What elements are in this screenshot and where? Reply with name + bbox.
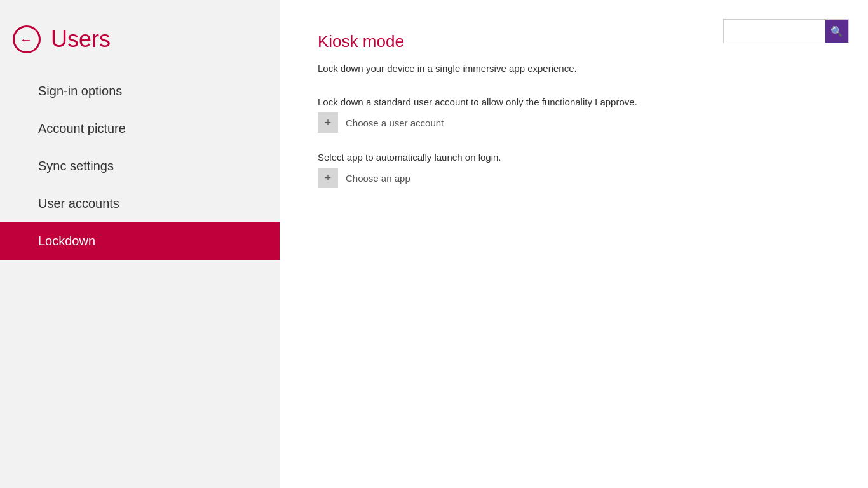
- search-button[interactable]: 🔍: [825, 20, 848, 43]
- main-content: 🔍 Kiosk mode Lock down your device in a …: [280, 0, 868, 488]
- search-icon: 🔍: [831, 25, 843, 37]
- back-arrow-icon: ←: [20, 33, 32, 46]
- sidebar-item-account-picture[interactable]: Account picture: [0, 110, 280, 147]
- sidebar: ← Users Sign-in options Account picture …: [0, 0, 280, 488]
- app-section: Select app to automatically launch on lo…: [318, 152, 830, 188]
- user-account-section-label: Lock down a standard user account to all…: [318, 97, 830, 107]
- sidebar-title: Users: [51, 26, 111, 53]
- sidebar-item-lockdown[interactable]: Lockdown: [0, 222, 280, 260]
- app-section-label: Select app to automatically launch on lo…: [318, 152, 830, 163]
- choose-user-row: + Choose a user account: [318, 112, 830, 133]
- choose-user-button[interactable]: +: [318, 112, 338, 133]
- sidebar-header: ← Users: [0, 0, 280, 72]
- choose-app-row: + Choose an app: [318, 168, 830, 188]
- sidebar-item-sign-in-options[interactable]: Sign-in options: [0, 72, 280, 110]
- sidebar-item-sync-settings[interactable]: Sync settings: [0, 147, 280, 185]
- user-account-section: Lock down a standard user account to all…: [318, 97, 830, 133]
- back-button[interactable]: ←: [13, 25, 41, 53]
- choose-app-button[interactable]: +: [318, 168, 338, 188]
- choose-user-label: Choose a user account: [346, 118, 444, 128]
- sidebar-item-user-accounts[interactable]: User accounts: [0, 185, 280, 222]
- search-bar: 🔍: [723, 19, 849, 43]
- search-input[interactable]: [724, 20, 825, 43]
- page-description: Lock down your device in a single immers…: [318, 63, 830, 74]
- choose-app-label: Choose an app: [346, 173, 410, 184]
